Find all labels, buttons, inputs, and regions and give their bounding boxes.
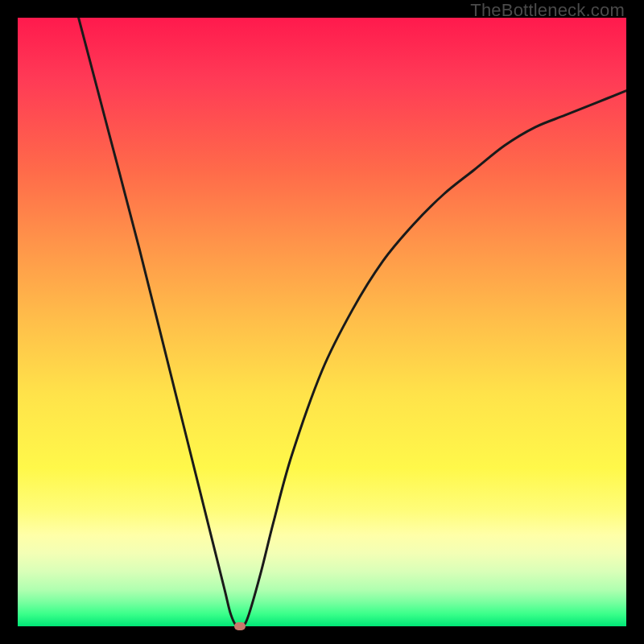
bottleneck-curve-path	[79, 18, 626, 626]
watermark-text: TheBottleneck.com	[470, 0, 625, 21]
chart-frame	[18, 18, 626, 626]
minimum-marker	[234, 622, 246, 630]
chart-svg	[18, 18, 626, 626]
